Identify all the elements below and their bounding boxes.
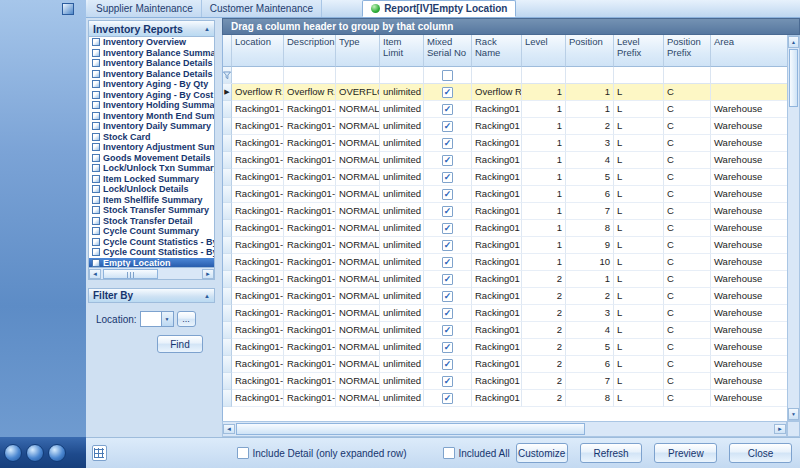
filter-cell-area[interactable] [711,67,787,83]
grid-cell-location[interactable]: Racking01-... [232,220,284,237]
grid-cell-rack-name[interactable]: Racking01 [472,118,522,135]
grid-cell-mixed-serial-no[interactable]: ✓ [424,339,472,356]
grid-cell-mixed-serial-no[interactable]: ✓ [424,101,472,118]
table-row[interactable]: Racking01-...Racking01-...NORMALunlimite… [223,118,787,135]
sidebar-item-inventory-overview[interactable]: Inventory Overview [89,37,214,48]
location-browse-button[interactable]: ... [177,311,196,327]
column-header-rack-name[interactable]: Rack Name [472,35,522,67]
grid-cell-position[interactable]: 6 [566,356,614,373]
table-row[interactable]: Racking01-...Racking01-...NORMALunlimite… [223,373,787,390]
filter-cell-description[interactable] [284,67,336,83]
row-indicator[interactable] [223,356,232,373]
grid-cell-rack-name[interactable]: Racking01 [472,305,522,322]
grid-cell-position[interactable]: 3 [566,305,614,322]
sidebar-item-stock-transfer-summary[interactable]: Stock Transfer Summary [89,205,214,216]
grid-cell-position[interactable]: 2 [566,118,614,135]
grid-cell-area[interactable]: Warehouse [711,237,787,254]
grid-cell-type[interactable]: NORMAL [336,339,380,356]
grid-cell-item-limit[interactable]: unlimited [380,254,424,271]
sidebar-item-inventory-aging-by-cost[interactable]: Inventory Aging - By Cost [89,90,214,101]
row-indicator[interactable] [223,152,232,169]
grid-cell-item-limit[interactable]: unlimited [380,390,424,407]
grid-cell-mixed-serial-no[interactable]: ✓ [424,186,472,203]
sidebar-item-inventory-balance-summary[interactable]: Inventory Balance Summary [89,48,214,59]
grid-cell-type[interactable]: NORMAL [336,271,380,288]
filter-cell-mixed-serial-no[interactable] [424,67,472,83]
grid-cell-location[interactable]: Racking01-... [232,118,284,135]
taskbar-app-icon[interactable] [48,444,66,462]
grid-cell-mixed-serial-no[interactable]: ✓ [424,152,472,169]
grid-cell-item-limit[interactable]: unlimited [380,152,424,169]
grid-cell-item-limit[interactable]: unlimited [380,339,424,356]
checked-checkbox[interactable]: ✓ [442,172,453,183]
sidebar-item-inventory-daily-summary[interactable]: Inventory Daily Summary [89,121,214,132]
grid-cell-rack-name[interactable]: Racking01 [472,152,522,169]
grid-cell-level[interactable]: 1 [522,254,566,271]
grid-cell-area[interactable]: Warehouse [711,152,787,169]
filter-cell-level-prefix[interactable] [614,67,664,83]
grid-cell-mixed-serial-no[interactable]: ✓ [424,322,472,339]
grid-cell-location[interactable]: Overflow R... [232,84,284,101]
scrollbar-thumb[interactable] [236,423,585,435]
grid-cell-level[interactable]: 2 [522,322,566,339]
grid-cell-level-prefix[interactable]: L [614,101,664,118]
grid-cell-level-prefix[interactable]: L [614,118,664,135]
location-combobox[interactable]: ▼ [140,311,174,327]
grid-cell-item-limit[interactable]: unlimited [380,203,424,220]
grid-cell-item-limit[interactable]: unlimited [380,169,424,186]
grid-cell-item-limit[interactable]: unlimited [380,305,424,322]
grid-cell-position[interactable]: 6 [566,186,614,203]
checked-checkbox[interactable]: ✓ [442,308,453,319]
grid-cell-location[interactable]: Racking01-... [232,356,284,373]
grid-cell-mixed-serial-no[interactable]: ✓ [424,237,472,254]
grid-cell-position-prefix[interactable]: C [664,390,711,407]
column-header-level-prefix[interactable]: Level Prefix [614,35,664,67]
sidebar-item-inventory-balance-details[interactable]: Inventory Balance Details - [89,69,214,80]
grid-cell-position[interactable]: 10 [566,254,614,271]
grid-cell-item-limit[interactable]: unlimited [380,101,424,118]
grid-cell-location[interactable]: Racking01-... [232,339,284,356]
scroll-down-icon[interactable]: ▼ [788,408,799,420]
grid-layout-icon-button[interactable] [92,445,107,461]
grid-cell-position-prefix[interactable]: C [664,203,711,220]
customize-button[interactable]: Customize [516,443,568,463]
column-header-area[interactable]: Area [711,35,787,67]
grid-cell-type[interactable]: NORMAL [336,254,380,271]
checked-checkbox[interactable]: ✓ [442,189,453,200]
grid-cell-type[interactable]: NORMAL [336,220,380,237]
grid-cell-area[interactable] [711,84,787,101]
grid-cell-position-prefix[interactable]: C [664,305,711,322]
grid-cell-type[interactable]: NORMAL [336,356,380,373]
grid-cell-position[interactable]: 1 [566,84,614,101]
filter-cell-location[interactable] [232,67,284,83]
grid-cell-type[interactable]: NORMAL [336,305,380,322]
grid-cell-mixed-serial-no[interactable]: ✓ [424,356,472,373]
grid-cell-area[interactable]: Warehouse [711,288,787,305]
grid-cell-level[interactable]: 2 [522,356,566,373]
checked-checkbox[interactable]: ✓ [442,121,453,132]
row-indicator[interactable] [223,339,232,356]
grid-cell-level-prefix[interactable]: L [614,220,664,237]
group-by-bar[interactable]: Drag a column header to group by that co… [222,18,800,35]
row-indicator[interactable] [223,101,232,118]
grid-cell-level-prefix[interactable]: L [614,152,664,169]
grid-cell-level-prefix[interactable]: L [614,237,664,254]
grid-cell-position-prefix[interactable]: C [664,101,711,118]
grid-cell-level-prefix[interactable]: L [614,203,664,220]
grid-cell-type[interactable]: NORMAL [336,152,380,169]
grid-cell-rack-name[interactable]: Racking01 [472,203,522,220]
grid-cell-rack-name[interactable]: Racking01 [472,288,522,305]
grid-cell-position[interactable]: 1 [566,271,614,288]
grid-cell-rack-name[interactable]: Racking01 [472,373,522,390]
row-indicator[interactable] [223,390,232,407]
row-indicator[interactable] [223,305,232,322]
grid-cell-position[interactable]: 2 [566,288,614,305]
grid-cell-level-prefix[interactable]: L [614,390,664,407]
table-row[interactable]: Racking01-...Racking01-...NORMALunlimite… [223,152,787,169]
row-indicator[interactable] [223,271,232,288]
grid-cell-type[interactable]: NORMAL [336,101,380,118]
grid-cell-level-prefix[interactable]: L [614,186,664,203]
grid-cell-area[interactable]: Warehouse [711,271,787,288]
sidebar-item-cycle-count-statistics-by-i[interactable]: Cycle Count Statistics - By I [89,237,214,248]
grid-cell-level-prefix[interactable]: L [614,305,664,322]
